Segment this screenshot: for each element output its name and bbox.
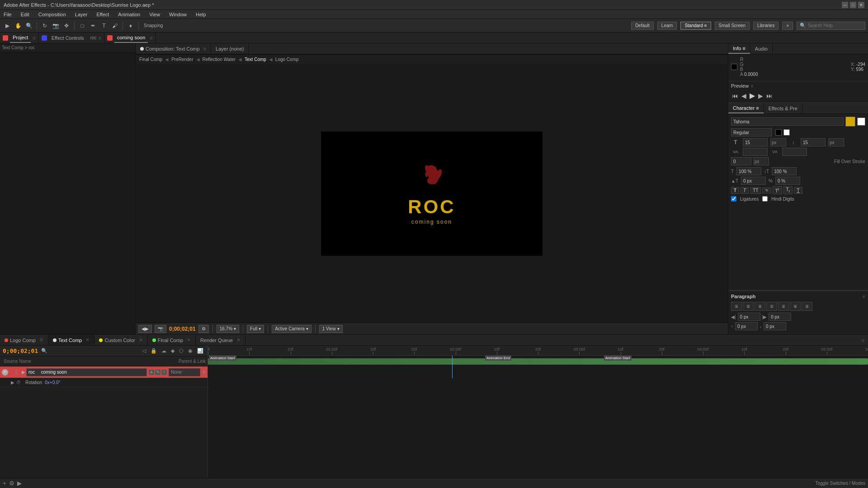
layer-link-btn[interactable]: ⊕ [202, 370, 206, 375]
preview-skip-forward[interactable]: ⏭ [765, 91, 774, 100]
tl-lock-btn[interactable]: 🔒 [149, 347, 158, 354]
shape-tool[interactable]: □ [78, 21, 87, 30]
align-left-btn[interactable]: ≡ [731, 302, 742, 311]
comp-tab-composition[interactable]: Composition: Text Comp ≡ [136, 43, 211, 54]
layer-name-input[interactable] [26, 368, 147, 376]
menu-animation[interactable]: Animation [116, 12, 142, 17]
skew-input[interactable] [775, 177, 800, 185]
rotate-tool[interactable]: ↻ [40, 21, 49, 30]
fill-color-btn[interactable] [845, 117, 855, 127]
crumb-reflection[interactable]: Reflection Water [203, 57, 236, 62]
tl-tab-final[interactable]: Final Comp ✕ [148, 335, 196, 345]
vc-nav-btn[interactable]: ◀▶ [138, 325, 152, 333]
layer-expand[interactable]: ▶ [22, 370, 25, 375]
justify-all-btn[interactable]: ≡ [802, 302, 812, 311]
tl-close-render[interactable]: ✕ [236, 337, 241, 343]
bold-btn[interactable]: T [731, 187, 739, 194]
align-center-btn[interactable]: ≡ [743, 302, 754, 311]
crumb-text-comp[interactable]: Text Comp [245, 57, 266, 62]
fill-btn-small[interactable] [775, 129, 782, 136]
layer-bar[interactable] [208, 358, 868, 365]
subscript-btn[interactable]: Tr [783, 186, 793, 194]
paragraph-menu[interactable]: ≡ [863, 294, 865, 299]
info-tab[interactable]: Info ≡ [728, 43, 750, 54]
maximize-btn[interactable]: □ [850, 2, 856, 8]
coming-soon-tab[interactable]: coming soon [114, 33, 148, 43]
layer-parent-select[interactable]: None [169, 368, 200, 376]
vc-view[interactable]: 1 View ▾ [319, 325, 343, 333]
italic-btn[interactable]: T [741, 187, 749, 194]
tl-tab-text-comp[interactable]: Text Comp ✕ [48, 335, 95, 345]
crumb-logo-comp[interactable]: Logo Comp [275, 57, 299, 62]
preview-menu[interactable]: ≡ [750, 83, 753, 89]
justify-left-btn[interactable]: ≡ [766, 302, 777, 311]
vscale-input[interactable] [772, 167, 797, 175]
workspace-more[interactable]: » [782, 22, 793, 30]
tl-close-text[interactable]: ✕ [85, 337, 90, 343]
tl-render-btn[interactable]: ▶ [17, 480, 22, 487]
vc-camera[interactable]: Active Camera ▾ [272, 325, 311, 333]
menu-layer[interactable]: Layer [73, 12, 90, 17]
tl-search-btn[interactable]: 🔍 [40, 347, 49, 354]
tl-close-logo[interactable]: ✕ [39, 337, 43, 343]
underline-btn[interactable]: T [794, 187, 802, 194]
tl-close-final[interactable]: ✕ [187, 337, 191, 343]
tl-add-layer-btn[interactable]: + [3, 480, 6, 487]
select-tool[interactable]: ▶ [3, 21, 12, 30]
ligatures-checkbox[interactable] [731, 196, 736, 202]
minimize-btn[interactable]: ─ [842, 2, 848, 8]
audio-tab[interactable]: Audio [750, 43, 773, 54]
info-color-swatch[interactable] [731, 64, 737, 70]
pan-tool[interactable]: ✥ [62, 21, 71, 30]
indent-after-input[interactable] [769, 313, 791, 321]
puppet-tool[interactable]: ♦ [126, 21, 135, 30]
workspace-learn[interactable]: Learn [657, 22, 677, 30]
space-before-input[interactable] [735, 322, 758, 330]
character-tab[interactable]: Character ≡ [728, 103, 764, 113]
indent-before-input[interactable] [738, 313, 760, 321]
align-right-btn[interactable]: ≡ [755, 302, 765, 311]
preview-skip-back[interactable]: ⏮ [731, 91, 739, 100]
tl-graph-editor-btn[interactable]: 📊 [196, 347, 205, 354]
text-tool[interactable]: T [99, 21, 108, 30]
leading-input[interactable] [801, 138, 826, 146]
stroke-width-input[interactable] [731, 157, 751, 165]
pen-tool[interactable]: ✒ [89, 21, 98, 30]
size-unit-select[interactable]: px [770, 138, 786, 146]
tl-solo-btn[interactable]: ◁ [141, 347, 147, 354]
superscript-btn[interactable]: Tr [773, 186, 782, 194]
tl-current-time[interactable]: 0;00;02;01 [3, 347, 38, 354]
comp-tab-menu[interactable]: ≡ [203, 46, 206, 52]
stroke-color-btn2[interactable] [857, 117, 865, 126]
vc-options-btn[interactable]: ⚙ [198, 325, 209, 333]
baseline-input[interactable] [741, 177, 766, 185]
hscale-input[interactable] [736, 167, 761, 175]
crumb-prerender[interactable]: PreRender [171, 57, 193, 62]
project-tab[interactable]: Project [10, 33, 31, 43]
allcaps-btn[interactable]: TT [750, 187, 761, 194]
justify-right-btn[interactable]: ≡ [790, 302, 801, 311]
font-style-select[interactable]: Regular [731, 128, 772, 136]
tl-props-btn[interactable]: ⚙ [9, 480, 14, 487]
vc-snapshot-btn[interactable]: 📷 [155, 325, 166, 333]
workspace-standard[interactable]: Standard ≡ [680, 22, 711, 30]
menu-composition[interactable]: Composition [37, 12, 68, 17]
zoom-tool[interactable]: 🔍 [24, 21, 33, 30]
preview-back[interactable]: ◀ [741, 91, 747, 100]
effects-controls-tab[interactable]: Effect Controls [49, 33, 87, 43]
camera-tool[interactable]: 📷 [51, 21, 60, 30]
tl-motion-blur-btn[interactable]: ◉ [187, 347, 194, 354]
layer-icon-3[interactable]: / [161, 370, 167, 375]
tl-shy-btn[interactable]: ☁ [160, 347, 168, 354]
layer-icon-2[interactable]: ✎ [155, 370, 160, 375]
smallcaps-btn[interactable]: Tr [762, 188, 771, 193]
rotation-value[interactable]: 0x+0.0° [45, 380, 60, 385]
workspace-libraries[interactable]: Libraries [753, 22, 778, 30]
layer-icon-1[interactable]: A [149, 370, 154, 375]
workspace-small-screen[interactable]: Small Screen [715, 22, 750, 30]
stroke-unit-select[interactable]: px [753, 157, 769, 165]
crumb-final-comp[interactable]: Final Comp [139, 57, 162, 62]
menu-view[interactable]: View [147, 12, 162, 17]
prop-stopwatch[interactable]: ⏱ [16, 380, 21, 385]
comp-tab-layer[interactable]: Layer (none) [211, 43, 249, 54]
